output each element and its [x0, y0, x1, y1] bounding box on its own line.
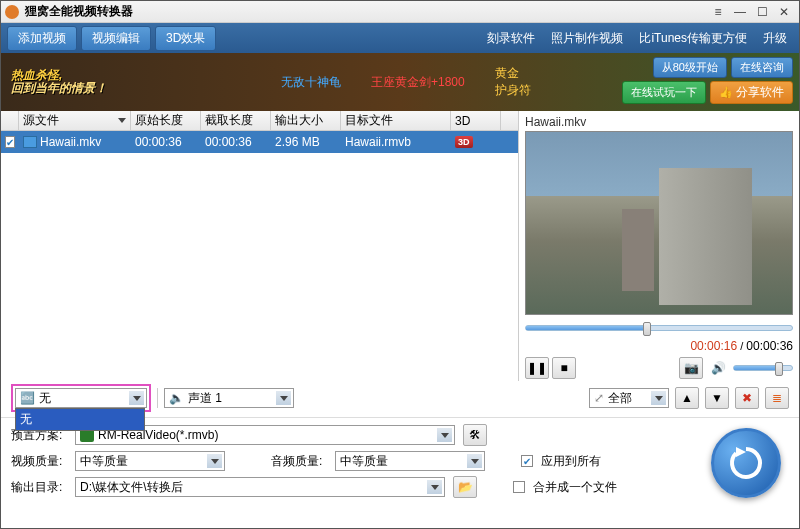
grid-empty-area[interactable]: [1, 153, 518, 381]
close-button[interactable]: ✕: [773, 4, 795, 20]
select-all-dropdown[interactable]: ⤢ 全部: [589, 388, 669, 408]
merge-checkbox[interactable]: ✔: [513, 481, 525, 493]
upgrade-link[interactable]: 升级: [757, 30, 793, 47]
stop-button[interactable]: ■: [552, 357, 576, 379]
clear-list-button[interactable]: ≣: [765, 387, 789, 409]
apply-all-checkbox[interactable]: ✔: [521, 455, 533, 467]
move-up-button[interactable]: ▲: [675, 387, 699, 409]
video-quality-label: 视频质量:: [11, 453, 67, 470]
table-row[interactable]: ✔ Hawaii.mkv 00:00:36 00:00:36 2.96 MB H…: [1, 131, 518, 153]
preset-settings-button[interactable]: 🛠: [463, 424, 487, 446]
preview-filename: Hawaii.mkv: [525, 113, 793, 131]
start-80-button[interactable]: 从80级开始: [653, 57, 727, 78]
video-file-icon: [23, 136, 37, 148]
merge-label: 合并成一个文件: [533, 479, 617, 496]
delete-button[interactable]: ✖: [735, 387, 759, 409]
output-dir-label: 输出目录:: [11, 479, 67, 496]
subtitle-dropdown[interactable]: 🔤 无 无: [15, 388, 147, 408]
subtitle-option-none[interactable]: 无: [16, 409, 144, 430]
output-dir-input[interactable]: D:\媒体文件\转换后: [75, 477, 445, 497]
audio-quality-label: 音频质量:: [271, 453, 327, 470]
maximize-button[interactable]: ☐: [751, 4, 773, 20]
menu-icon[interactable]: ≡: [707, 4, 729, 20]
minimize-button[interactable]: —: [729, 4, 751, 20]
volume-icon[interactable]: 🔊: [706, 357, 730, 379]
subtitle-dropdown-highlight: 🔤 无 无: [11, 384, 151, 412]
convert-arrow-icon: [728, 445, 764, 481]
video-edit-button[interactable]: 视频编辑: [81, 26, 151, 51]
playback-slider[interactable]: [525, 325, 793, 331]
move-down-button[interactable]: ▼: [705, 387, 729, 409]
apply-all-label: 应用到所有: [541, 453, 601, 470]
audio-quality-dropdown[interactable]: 中等质量: [335, 451, 485, 471]
3d-badge-icon: 3D: [455, 136, 473, 148]
3d-effect-button[interactable]: 3D效果: [155, 26, 216, 51]
window-title: 狸窝全能视频转换器: [25, 3, 707, 20]
video-quality-dropdown[interactable]: 中等质量: [75, 451, 225, 471]
expand-icon: ⤢: [594, 391, 604, 405]
banner-line2: 回到当年的情景！: [11, 81, 107, 95]
playback-time: 00:00:16 / 00:00:36: [525, 337, 793, 355]
pause-button[interactable]: ❚❚: [525, 357, 549, 379]
subtitle-icon: 🔤: [20, 391, 35, 405]
grid-header: 源文件 原始长度 截取长度 输出大小 目标文件 3D: [1, 111, 518, 131]
photo-video-link[interactable]: 照片制作视频: [545, 30, 629, 47]
add-video-button[interactable]: 添加视频: [7, 26, 77, 51]
try-online-button[interactable]: 在线试玩一下: [622, 81, 706, 104]
audio-track-dropdown[interactable]: 🔈 声道 1: [164, 388, 294, 408]
burn-link[interactable]: 刻录软件: [481, 30, 541, 47]
snapshot-button[interactable]: 📷: [679, 357, 703, 379]
app-logo-icon: [5, 5, 19, 19]
subtitle-dropdown-list[interactable]: 无: [15, 408, 145, 431]
open-folder-button[interactable]: 📂: [453, 476, 477, 498]
video-preview[interactable]: [525, 131, 793, 315]
share-software-button[interactable]: 👍 分享软件: [710, 81, 793, 104]
convert-button[interactable]: [711, 428, 781, 498]
itunes-link[interactable]: 比iTunes传输更方便: [633, 30, 753, 47]
online-consult-button[interactable]: 在线咨询: [731, 57, 793, 78]
volume-slider[interactable]: [733, 365, 793, 371]
speaker-icon: 🔈: [169, 391, 184, 405]
ad-banner[interactable]: 热血杀怪, 回到当年的情景！ 无敌十神龟 王座黄金剑+1800 黄金护身符 从8…: [1, 53, 799, 111]
row-checkbox[interactable]: ✔: [5, 136, 15, 148]
